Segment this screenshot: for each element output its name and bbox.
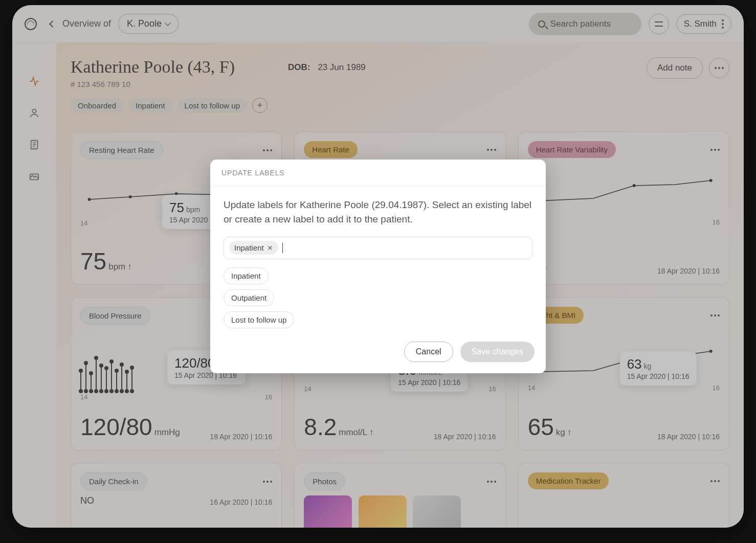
cancel-button[interactable]: Cancel [404, 342, 453, 362]
save-changes-button[interactable]: Save changes [460, 342, 535, 362]
modal-scrim[interactable]: UPDATE LABELS Update labels for Katherin… [12, 5, 744, 528]
label-option-outpatient[interactable]: Outpatient [224, 289, 274, 306]
label-option-lost[interactable]: Lost to follow up [224, 311, 294, 328]
update-labels-modal: UPDATE LABELS Update labels for Katherin… [210, 160, 546, 373]
remove-chip-icon[interactable]: ✕ [267, 244, 273, 252]
modal-description: Update labels for Katherine Poole (29.04… [224, 198, 532, 226]
label-option-inpatient[interactable]: Inpatient [224, 267, 269, 284]
label-input[interactable]: Inpatient ✕ [224, 237, 532, 259]
text-cursor [282, 243, 283, 253]
selected-label-chip[interactable]: Inpatient ✕ [229, 241, 278, 255]
modal-title: UPDATE LABELS [210, 160, 546, 187]
